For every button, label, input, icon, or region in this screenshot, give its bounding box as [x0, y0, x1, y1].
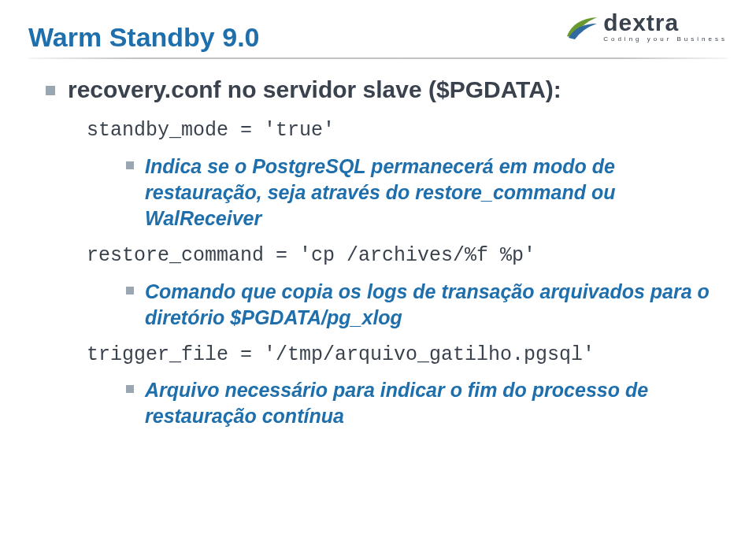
logo-tagline: Coding your Business [603, 36, 728, 43]
sub-text-2: Comando que copia os logs de transação a… [145, 279, 712, 331]
square-bullet-icon [126, 287, 134, 295]
sub-bullet-2: Comando que copia os logs de transação a… [126, 279, 728, 331]
logo-swoosh-icon [565, 13, 598, 41]
content-body: recovery.conf no servidor slave ($PGDATA… [28, 76, 728, 429]
title-divider [28, 57, 728, 59]
square-bullet-icon [46, 86, 55, 95]
level1-text: recovery.conf no servidor slave ($PGDATA… [68, 76, 561, 103]
bullet-level1: recovery.conf no servidor slave ($PGDATA… [46, 76, 728, 103]
sub-bullet-3: Arquivo necessário para indicar o fim do… [126, 377, 728, 429]
code-line-1: standby_mode = 'true' [87, 117, 728, 144]
slide: dextra Coding your Business Warm Standby… [0, 0, 756, 552]
code-line-3: trigger_file = '/tmp/arquivo_gatilho.pgs… [87, 342, 728, 369]
sub-text-3: Arquivo necessário para indicar o fim do… [145, 377, 712, 429]
code-line-2: restore_command = 'cp /archives/%f %p' [87, 243, 728, 269]
sub-bullet-1: Indica se o PostgreSQL permanecerá em mo… [126, 154, 728, 232]
square-bullet-icon [126, 385, 134, 393]
brand-logo: dextra Coding your Business [565, 11, 728, 43]
logo-text: dextra Coding your Business [603, 11, 728, 43]
logo-name: dextra [603, 11, 728, 35]
square-bullet-icon [126, 161, 134, 169]
sub-text-1: Indica se o PostgreSQL permanecerá em mo… [145, 154, 712, 232]
